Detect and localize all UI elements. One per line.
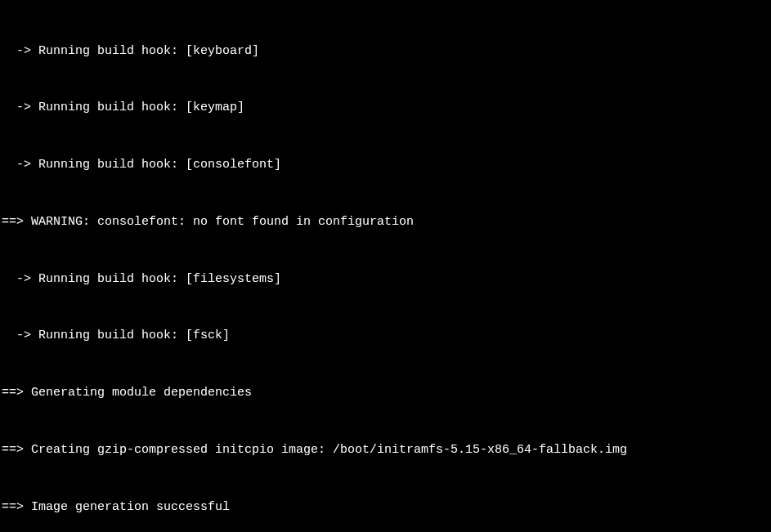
terminal-line: ==> Image generation successful: [2, 498, 769, 516]
terminal-line: -> Running build hook: [consolefont]: [2, 155, 769, 174]
terminal-line: -> Running build hook: [keyboard]: [2, 42, 769, 60]
terminal-line: -> Running build hook: [fsck]: [2, 326, 769, 345]
terminal-line: ==> Creating gzip-compressed initcpio im…: [2, 440, 769, 459]
terminal-line: -> Running build hook: [filesystems]: [2, 270, 769, 288]
terminal-output: -> Running build hook: [keyboard] -> Run…: [2, 3, 769, 532]
terminal-line: ==> WARNING: consolefont: no font found …: [2, 212, 769, 231]
terminal-line: ==> Generating module dependencies: [2, 383, 769, 402]
terminal-line: -> Running build hook: [keymap]: [2, 98, 769, 117]
